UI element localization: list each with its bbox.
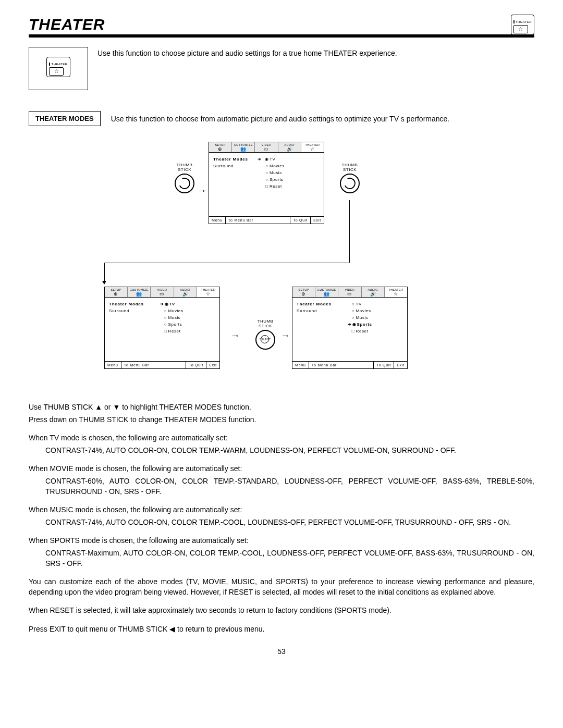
- instruction-line-1: Use THUMB STICK ▲ or ▼ to highlight THEA…: [29, 402, 534, 413]
- tab-customize[interactable]: CUSTOMIZE👥: [232, 142, 255, 152]
- option-reset[interactable]: □Reset: [264, 183, 320, 190]
- menu-item-surround[interactable]: Surround: [109, 307, 160, 314]
- option-movies[interactable]: ○Movies: [160, 307, 215, 314]
- tab-video[interactable]: VIDEO▭: [255, 142, 278, 152]
- customize-icon: 👥: [232, 146, 254, 152]
- title-rule: [29, 34, 534, 38]
- thumbstick-right-1: THUMBSTICK: [340, 163, 360, 193]
- customize-text: You can customize each of the above mode…: [29, 577, 534, 597]
- footer-to-quit: To Quit: [186, 362, 206, 368]
- menu-item-theater-modes[interactable]: Theater Modes: [297, 301, 348, 307]
- thumbstick-label: THUMBSTICK: [255, 319, 275, 328]
- tab-video[interactable]: VIDEO▭: [151, 287, 174, 297]
- audio-icon: 🔊: [278, 146, 301, 152]
- tab-theater[interactable]: THEATER☆: [301, 142, 324, 152]
- section-label-box: THEATER MODES: [29, 111, 101, 126]
- option-tv[interactable]: ◉TV: [264, 156, 320, 163]
- tab-setup[interactable]: SETUP⊕: [292, 287, 315, 297]
- osd-screen-2: SETUP⊕ CUSTOMIZE👥 VIDEO▭ AUDIO🔊 THEATER☆…: [104, 287, 220, 369]
- tab-setup[interactable]: SETUP⊕: [105, 287, 128, 297]
- section-text: Use this function to choose from automat…: [111, 115, 450, 123]
- tab-video[interactable]: VIDEO▭: [338, 287, 361, 297]
- theater-glyph-icon: ☆: [513, 25, 528, 33]
- tab-setup[interactable]: SETUP⊕: [209, 142, 232, 152]
- page-number: 53: [29, 647, 534, 656]
- option-sports[interactable]: ○Sports: [160, 321, 215, 328]
- sports-mode-body: CONTRAST-Maximum, AUTO COLOR-ON, COLOR T…: [29, 548, 534, 569]
- osd-tabbar: SETUP⊕ CUSTOMIZE👥 VIDEO▭ AUDIO🔊 THEATER☆: [209, 142, 324, 153]
- movie-mode-head: When MOVIE mode is chosen, the following…: [29, 464, 534, 474]
- arrow-right-icon: →: [280, 330, 290, 341]
- tab-theater[interactable]: THEATER☆: [385, 287, 407, 297]
- option-music[interactable]: ○Music: [160, 314, 215, 321]
- option-music[interactable]: ○Music: [348, 314, 403, 321]
- tv-mode-head: When TV mode is chosen, the following ar…: [29, 433, 534, 443]
- sports-mode-head: When SPORTS mode is chosen, the followin…: [29, 536, 534, 546]
- thumbstick-label: THUMBSTICK: [340, 163, 360, 172]
- footer-exit: Exit: [206, 362, 219, 368]
- option-reset[interactable]: □Reset: [160, 328, 215, 335]
- option-sports[interactable]: ➔◉Sports: [348, 321, 403, 328]
- osd-screen-3: SETUP⊕ CUSTOMIZE👥 VIDEO▭ AUDIO🔊 THEATER☆…: [292, 287, 408, 369]
- corner-theater-icon: THEATER ☆: [511, 15, 534, 35]
- select-label: SELECT: [260, 338, 271, 341]
- footer-to-menu-bar: To Menu Bar: [121, 362, 187, 368]
- option-music[interactable]: ○Music: [264, 169, 320, 176]
- page-title: THEATER: [29, 16, 534, 33]
- intro-icon-label: THEATER: [49, 63, 67, 66]
- footer-exit: Exit: [394, 362, 407, 368]
- arrowhead-down-icon: [102, 281, 106, 285]
- footer-menu: Menu: [105, 362, 121, 368]
- theater-tab-icon: ☆: [301, 146, 324, 152]
- tv-mode-body: CONTRAST-74%, AUTO COLOR-ON, COLOR TEMP.…: [29, 446, 534, 456]
- option-movies[interactable]: ○Movies: [264, 163, 320, 169]
- tab-audio[interactable]: AUDIO🔊: [278, 142, 301, 152]
- movie-mode-body: CONTRAST-60%, AUTO COLOR-ON, COLOR TEMP.…: [29, 476, 534, 497]
- music-mode-body: CONTRAST-74%, AUTO COLOR-ON, COLOR TEMP.…: [29, 517, 534, 528]
- footer-to-menu-bar: To Menu Bar: [309, 362, 374, 368]
- tab-customize[interactable]: CUSTOMIZE👥: [128, 287, 151, 297]
- tab-customize[interactable]: CUSTOMIZE👥: [315, 287, 338, 297]
- intro-text: Use this function to choose picture and …: [97, 47, 397, 57]
- menu-item-theater-modes[interactable]: Theater Modes ➔: [213, 156, 264, 163]
- menu-item-theater-modes[interactable]: Theater Modes: [109, 301, 160, 307]
- intro-theater-glyph-icon: ☆: [49, 67, 64, 76]
- menu-item-surround[interactable]: Surround: [297, 307, 348, 314]
- footer-to-quit: To Quit: [374, 362, 394, 368]
- setup-icon: ⊕: [209, 146, 231, 152]
- corner-icon-label: THEATER: [513, 20, 532, 23]
- option-reset[interactable]: □Reset: [348, 328, 403, 335]
- thumbstick-select: THUMBSTICK SELECT: [255, 319, 275, 350]
- reset-text: When RESET is selected, it will take app…: [29, 606, 534, 616]
- osd-tabbar: SETUP⊕ CUSTOMIZE👥 VIDEO▭ AUDIO🔊 THEATER☆: [292, 287, 407, 298]
- intro-icon-frame: THEATER ☆: [29, 47, 88, 90]
- arrow-right-icon: →: [197, 186, 206, 196]
- option-tv[interactable]: ○TV: [348, 301, 403, 307]
- osd-screen-1: SETUP⊕ CUSTOMIZE👥 VIDEO▭ AUDIO🔊 THEATER☆…: [209, 142, 324, 224]
- exit-text: Press EXIT to quit menu or THUMB STICK ◀…: [29, 624, 534, 635]
- music-mode-head: When MUSIC mode is chosen, the following…: [29, 505, 534, 515]
- option-sports[interactable]: ○Sports: [264, 176, 320, 183]
- footer-menu: Menu: [209, 217, 226, 224]
- tab-audio[interactable]: AUDIO🔊: [174, 287, 197, 297]
- body-text: Use THUMB STICK ▲ or ▼ to highlight THEA…: [29, 402, 534, 635]
- footer-to-menu-bar: To Menu Bar: [226, 217, 291, 224]
- footer-menu: Menu: [292, 362, 309, 368]
- osd-tabbar: SETUP⊕ CUSTOMIZE👥 VIDEO▭ AUDIO🔊 THEATER☆: [105, 287, 219, 298]
- option-movies[interactable]: ○Movies: [348, 307, 403, 314]
- tab-audio[interactable]: AUDIO🔊: [362, 287, 385, 297]
- footer-to-quit: To Quit: [290, 217, 311, 224]
- option-tv[interactable]: ➔◉TV: [160, 301, 215, 307]
- menu-item-surround[interactable]: Surround: [213, 163, 264, 169]
- video-icon: ▭: [255, 146, 277, 152]
- footer-exit: Exit: [311, 217, 324, 224]
- diagram-area: THUMBSTICK → THUMBSTICK SETUP⊕ CUSTOMIZE…: [31, 142, 532, 392]
- tab-theater[interactable]: THEATER☆: [197, 287, 219, 297]
- thumbstick-label: THUMBSTICK: [175, 163, 194, 172]
- instruction-line-2: Press down on THUMB STICK to change THEA…: [29, 415, 534, 425]
- thumbstick-left-1: THUMBSTICK: [175, 163, 194, 193]
- arrow-right-icon: →: [230, 330, 240, 341]
